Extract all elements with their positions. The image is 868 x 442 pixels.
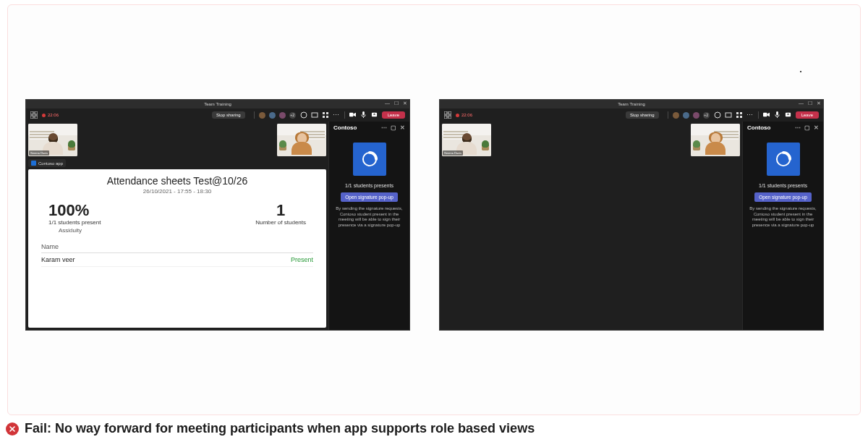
recording-badge: 22:06 (456, 113, 472, 117)
svg-rect-24 (740, 112, 742, 114)
avatar[interactable] (693, 112, 699, 119)
more-icon[interactable]: ⋯ (333, 111, 340, 119)
attendance-count: 1 (255, 202, 306, 219)
view-icon[interactable] (311, 111, 318, 119)
participant-avatars[interactable]: +2 (673, 112, 710, 119)
share-icon[interactable] (371, 111, 378, 119)
sidepanel-popout-icon[interactable]: ▢ (804, 124, 810, 131)
attendance-percent: 100% (48, 202, 101, 219)
svg-rect-1 (35, 111, 38, 114)
avatar-overflow[interactable]: +2 (703, 112, 710, 119)
svg-rect-29 (776, 111, 778, 115)
sidepanel-title: Contoso (333, 124, 357, 131)
sidepanel-summary: 1/1 students presents (759, 183, 807, 188)
window-max-icon[interactable]: ☐ (808, 101, 812, 106)
apps-icon[interactable] (322, 111, 329, 119)
app-sidepanel: Contoso ⋯ ▢ ✕ 1/1 students presents Open… (742, 122, 823, 330)
contoso-logo-icon (767, 143, 800, 176)
shared-app-tab[interactable]: Contoso app (28, 159, 66, 167)
window-close-icon[interactable]: ✕ (817, 101, 821, 106)
svg-rect-5 (312, 113, 318, 117)
avatar[interactable] (269, 112, 276, 119)
camera-icon[interactable] (349, 111, 356, 119)
apps-icon[interactable] (736, 111, 743, 119)
toolbar-divider (668, 111, 668, 119)
svg-rect-23 (736, 112, 739, 114)
app-icon (31, 161, 36, 166)
stop-sharing-button[interactable]: Stop sharing (626, 111, 659, 119)
attendance-count-label: Number of students (255, 219, 306, 226)
svg-rect-27 (763, 112, 767, 116)
sidepanel-title: Contoso (747, 124, 770, 131)
svg-rect-6 (323, 112, 325, 114)
leave-button[interactable]: Leave (796, 111, 819, 119)
video-tile-remote[interactable] (277, 124, 326, 156)
record-icon (42, 114, 46, 117)
sidepanel-close-icon[interactable]: ✕ (814, 124, 819, 131)
window-controls[interactable]: — ☐ ✕ (385, 101, 407, 106)
window-titlebar: Team Training — ☐ ✕ (26, 100, 409, 109)
avatar[interactable] (673, 112, 679, 119)
avatar-overflow[interactable]: +2 (289, 112, 296, 119)
svg-rect-3 (35, 116, 38, 119)
more-icon[interactable]: ⋯ (746, 111, 754, 119)
example-container: Team Training — ☐ ✕ 22:06 Stop sharing (7, 4, 861, 415)
attendance-assiduity-label: Assiduity (59, 227, 101, 234)
svg-rect-18 (448, 111, 451, 114)
sidepanel-popout-icon[interactable]: ▢ (391, 124, 396, 131)
sidepanel-summary: 1/1 students presents (345, 183, 393, 188)
fail-icon (6, 422, 19, 435)
attendance-title: Attendance sheets Test@10/26 (41, 175, 313, 187)
share-icon[interactable] (785, 111, 791, 119)
sidepanel-more-icon[interactable]: ⋯ (381, 124, 387, 131)
avatar[interactable] (279, 112, 286, 119)
window-close-icon[interactable]: ✕ (403, 101, 407, 106)
open-signature-button[interactable]: Open signature pop-up (754, 192, 812, 202)
svg-rect-25 (736, 116, 739, 118)
reactions-icon[interactable] (300, 111, 307, 119)
toolbar-divider (254, 111, 255, 119)
sidepanel-close-icon[interactable]: ✕ (400, 124, 405, 131)
meeting-timer: 22:06 (48, 113, 59, 117)
svg-rect-0 (30, 111, 33, 114)
window-titlebar: Team Training — ☐ ✕ (440, 100, 823, 109)
svg-rect-9 (326, 116, 328, 118)
video-tile-self[interactable]: Serena Davis (442, 124, 491, 156)
validation-fail-banner: Fail: No way forward for meeting partici… (6, 421, 535, 436)
gallery-layout-icon[interactable] (30, 111, 38, 119)
window-max-icon[interactable]: ☐ (394, 101, 399, 106)
svg-rect-12 (362, 111, 365, 115)
window-min-icon[interactable]: — (799, 101, 804, 106)
window-controls[interactable]: — ☐ ✕ (799, 101, 821, 106)
window-min-icon[interactable]: — (385, 101, 390, 106)
svg-rect-19 (444, 116, 447, 119)
view-icon[interactable] (725, 111, 732, 119)
reactions-icon[interactable] (714, 111, 721, 119)
sidepanel-description: By sending the signature requests, Conto… (747, 206, 819, 228)
toolbar-divider (344, 111, 345, 119)
svg-point-4 (301, 112, 307, 118)
window-title: Team Training (618, 102, 645, 106)
svg-rect-8 (323, 116, 325, 118)
stop-sharing-button[interactable]: Stop sharing (212, 111, 245, 119)
svg-rect-2 (30, 116, 33, 119)
svg-rect-17 (444, 111, 447, 114)
student-name: Karam veer (41, 256, 75, 263)
mic-icon[interactable] (360, 111, 367, 119)
svg-rect-7 (326, 112, 328, 114)
avatar[interactable] (259, 112, 265, 119)
gallery-layout-icon[interactable] (444, 111, 451, 119)
participant-name-tag: Serena Davis (29, 150, 49, 156)
video-tile-self[interactable]: Serena Davis (28, 124, 77, 156)
leave-button[interactable]: Leave (382, 111, 405, 119)
mic-icon[interactable] (774, 111, 780, 119)
shared-content-card: Attendance sheets Test@10/26 26/10/2021 … (28, 169, 326, 328)
participant-avatars[interactable]: +2 (259, 112, 296, 119)
open-signature-button[interactable]: Open signature pop-up (341, 192, 398, 202)
avatar[interactable] (683, 112, 689, 119)
student-status: Present (291, 256, 313, 263)
sidepanel-more-icon[interactable]: ⋯ (795, 124, 801, 131)
camera-icon[interactable] (763, 111, 770, 119)
toolbar-divider (758, 111, 759, 119)
video-tile-remote[interactable] (691, 124, 740, 156)
